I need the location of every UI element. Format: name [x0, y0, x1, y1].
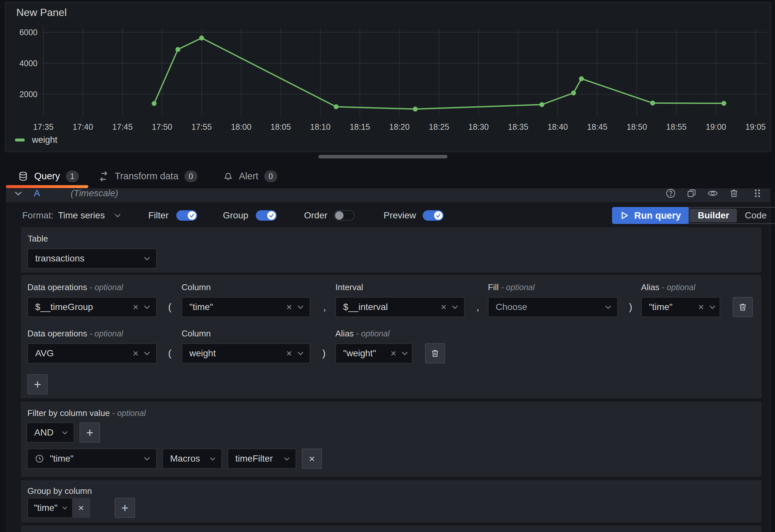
data-operation-select-1[interactable]: AVG ×	[27, 343, 157, 364]
active-tab-indicator	[6, 185, 88, 188]
clear-icon[interactable]: ×	[391, 349, 396, 358]
group-toggle[interactable]	[256, 210, 277, 221]
builder-mode-button[interactable]: Builder	[690, 208, 737, 222]
editor-mode-switcher: Builder Code	[688, 207, 775, 224]
tab-alert-badge: 0	[264, 170, 277, 182]
tab-query[interactable]: Query 1	[18, 167, 79, 185]
duplicate-icon[interactable]	[686, 188, 697, 198]
clear-icon[interactable]: ×	[133, 302, 138, 312]
bell-icon	[223, 171, 233, 181]
order-toggle[interactable]	[334, 210, 354, 221]
svg-text:18:55: 18:55	[666, 122, 687, 131]
chevron-down-icon	[452, 305, 458, 309]
trash-icon	[430, 349, 440, 358]
filter-label: Filter by column value - optional	[27, 408, 146, 418]
data-operations-label: Data operations - optional	[27, 329, 123, 339]
tab-transform-badge: 0	[184, 170, 197, 182]
add-group-by-button[interactable]: +	[115, 498, 135, 518]
chevron-down-icon	[144, 305, 150, 309]
tab-alert-label: Alert	[239, 171, 258, 181]
group-by-column-select[interactable]: "time"	[28, 498, 72, 517]
run-query-button[interactable]: Run query	[612, 207, 689, 224]
svg-text:18:40: 18:40	[548, 122, 568, 131]
alias-label: Alias - optional	[335, 329, 390, 339]
alias-select-0[interactable]: "time" ×	[641, 297, 720, 317]
group-by-column-control: "time" ×	[27, 498, 90, 518]
query-ref-letter[interactable]: A	[34, 188, 40, 198]
drag-handle-icon[interactable]	[753, 188, 762, 198]
svg-text:17:40: 17:40	[73, 122, 93, 131]
chevron-down-icon	[402, 352, 408, 355]
fill-select[interactable]: Choose	[488, 297, 618, 317]
filter-macros-select[interactable]: Macros	[162, 449, 222, 469]
filter-toggle-label: Filter	[148, 205, 168, 225]
close-paren: )	[629, 297, 632, 317]
chevron-down-icon	[62, 431, 68, 435]
remove-filter-button[interactable]: ×	[302, 449, 322, 469]
group-toggle-label: Group	[223, 205, 248, 225]
chart-legend[interactable]: weight	[15, 135, 57, 145]
table-select[interactable]: transactions	[27, 248, 157, 269]
add-operation-button[interactable]: +	[27, 374, 48, 395]
eye-icon[interactable]	[707, 188, 718, 198]
remove-operation-button-0[interactable]	[733, 297, 753, 317]
format-label: Format:	[22, 205, 53, 225]
remove-operation-button-1[interactable]	[425, 343, 445, 364]
group-by-section: Group by column "time" × +	[21, 480, 761, 523]
table-label: Table	[28, 234, 48, 244]
svg-text:18:30: 18:30	[468, 122, 489, 131]
help-icon[interactable]	[666, 188, 676, 198]
preview-toggle[interactable]	[423, 210, 444, 221]
next-section-edge	[21, 525, 761, 532]
chevron-down-icon	[297, 352, 304, 355]
remove-group-by-button[interactable]: ×	[72, 498, 90, 517]
data-operations-label: Data operations - optional	[27, 282, 123, 293]
clear-icon[interactable]: ×	[698, 302, 704, 312]
column-select-0[interactable]: "time" ×	[181, 297, 310, 317]
clear-icon[interactable]: ×	[441, 302, 447, 312]
svg-text:2000: 2000	[19, 90, 37, 99]
svg-text:17:35: 17:35	[33, 122, 54, 131]
query-row-header[interactable]: A (Timescale)	[6, 188, 770, 202]
close-paren: )	[322, 343, 325, 364]
tab-alert[interactable]: Alert 0	[223, 167, 277, 185]
svg-text:18:05: 18:05	[270, 122, 291, 131]
collapse-chevron-icon[interactable]	[14, 191, 22, 196]
code-mode-button[interactable]: Code	[737, 210, 774, 221]
filter-section: Filter by column value - optional AND + …	[21, 402, 761, 477]
horizontal-scrollbar[interactable]	[318, 155, 448, 158]
svg-text:18:15: 18:15	[350, 122, 370, 131]
svg-text:18:00: 18:00	[231, 122, 251, 131]
clear-icon[interactable]: ×	[133, 349, 138, 358]
data-operation-select-0[interactable]: $__timeGroup ×	[27, 297, 157, 317]
filter-toggle[interactable]	[176, 210, 197, 221]
interval-label: Interval	[335, 282, 363, 293]
format-select[interactable]: Time series	[58, 205, 105, 225]
svg-text:17:50: 17:50	[152, 122, 172, 131]
tab-query-label: Query	[34, 171, 60, 181]
svg-text:17:55: 17:55	[191, 122, 212, 131]
svg-text:18:45: 18:45	[587, 122, 608, 131]
filter-operator-select[interactable]: AND	[26, 423, 74, 443]
preview-toggle-label: Preview	[383, 205, 416, 225]
format-chevron-icon[interactable]	[114, 213, 121, 218]
svg-text:19:00: 19:00	[706, 122, 726, 131]
database-icon	[18, 171, 28, 181]
chart-panel: New Panel 17:3517:4017:4517:5017:5518:00…	[5, 2, 771, 152]
table-section: Table transactions	[21, 227, 761, 273]
filter-macro-value-select[interactable]: timeFilter	[227, 449, 296, 469]
clear-icon[interactable]: ×	[286, 349, 292, 358]
alias-select-1[interactable]: "weight" ×	[335, 343, 413, 364]
chevron-down-icon	[144, 457, 150, 461]
filter-column-select[interactable]: "time"	[27, 449, 157, 469]
query-datasource: (Timescale)	[71, 188, 118, 198]
column-select-1[interactable]: weight ×	[181, 343, 310, 364]
interval-select[interactable]: $__interval ×	[335, 297, 465, 317]
trash-icon[interactable]	[729, 188, 739, 198]
clear-icon[interactable]: ×	[286, 302, 292, 312]
add-filter-button[interactable]: +	[79, 423, 100, 443]
comma: ,	[477, 297, 479, 317]
tab-transform-data[interactable]: Transform data 0	[98, 167, 197, 185]
trash-icon	[738, 302, 748, 312]
chevron-down-icon	[709, 305, 716, 309]
